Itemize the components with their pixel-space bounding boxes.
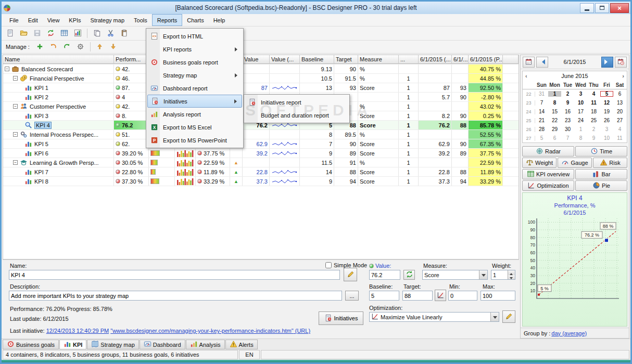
table-row-kpi-8[interactable]: KPI 837.30 %33.29 %▲37.3994Score137.3943… xyxy=(3,177,519,186)
calendar-day[interactable]: 5 xyxy=(535,135,548,141)
menu-item-initiatives[interactable]: Initiatives xyxy=(147,95,242,108)
calendar-day[interactable]: 7 xyxy=(561,135,574,141)
chart-button[interactable] xyxy=(71,28,84,39)
menu-file[interactable]: File xyxy=(5,14,23,26)
calendar-day[interactable]: 7 xyxy=(535,100,548,106)
menu-strategy-map[interactable]: Strategy map xyxy=(86,14,129,26)
column-header[interactable]: Value xyxy=(243,55,270,64)
tree-name-cell[interactable]: KPI 7 xyxy=(3,167,114,176)
redo-button[interactable] xyxy=(61,41,73,53)
calendar-day[interactable]: 1 xyxy=(574,126,587,132)
calendar-day[interactable]: 1 xyxy=(548,91,561,97)
menu-item-export-to-ms-powerpoint[interactable]: P Export to MS PowerPoint xyxy=(147,134,242,147)
calendar-today-button[interactable] xyxy=(615,57,627,68)
column-header[interactable]: 6/1/2015 (P... xyxy=(469,55,503,64)
cut-button[interactable] xyxy=(104,28,117,39)
edit-name-button[interactable] xyxy=(344,268,357,281)
tab-dashboard[interactable]: Dashboard xyxy=(140,340,185,349)
chart-type-optimization[interactable]: Optimization xyxy=(522,180,574,191)
tree-name-cell[interactable]: −$Financial Perspective xyxy=(3,74,114,83)
menu-item-budget-and-duration-report[interactable]: Budget and duration report xyxy=(245,109,348,122)
collapse-icon[interactable]: − xyxy=(13,132,18,137)
undo-button[interactable] xyxy=(47,41,60,53)
calendar-day[interactable]: 31 xyxy=(535,91,548,97)
menu-item-kpi-reports[interactable]: KPI reports xyxy=(147,43,242,56)
tree-name-cell[interactable]: KPI 8 xyxy=(3,177,114,186)
calendar-day[interactable]: 26 xyxy=(600,118,613,123)
down-button[interactable] xyxy=(107,41,120,53)
calendar-day[interactable]: 11 xyxy=(613,135,626,141)
menu-tools[interactable]: Tools xyxy=(129,14,152,26)
calendar-day[interactable]: 8 xyxy=(574,135,587,141)
collapse-icon[interactable]: − xyxy=(13,104,18,109)
last-initiative-url-link[interactable]: "www.bscdesigner.com/managing-your-key-p… xyxy=(110,328,293,334)
calendar-day[interactable]: 2 xyxy=(587,126,600,132)
column-header[interactable]: Baseline xyxy=(300,55,334,64)
calendar-day[interactable]: 4 xyxy=(613,126,626,132)
collapse-icon[interactable]: − xyxy=(13,160,18,165)
simple-mode-checkbox[interactable] xyxy=(325,262,332,268)
calendar-day[interactable]: 9 xyxy=(561,100,574,106)
chart-type-radar[interactable]: Radar xyxy=(522,146,574,157)
calendar-day[interactable]: 10 xyxy=(574,100,587,106)
description-more-button[interactable]: ... xyxy=(345,291,359,301)
collapse-icon[interactable]: − xyxy=(5,67,9,71)
calendar-day[interactable]: 28 xyxy=(535,126,548,132)
calendar-day[interactable]: 23 xyxy=(561,118,574,123)
gear-button[interactable] xyxy=(74,41,87,53)
calendar-day[interactable]: 4 xyxy=(587,91,600,97)
value-input[interactable] xyxy=(369,270,400,280)
calendar-day[interactable]: 14 xyxy=(535,109,548,114)
target-input[interactable] xyxy=(402,291,433,301)
calendar-day[interactable]: 13 xyxy=(613,100,626,106)
menu-edit[interactable]: Edit xyxy=(23,14,43,26)
calendar-day[interactable]: 2 xyxy=(561,91,574,97)
new-button[interactable] xyxy=(4,28,16,39)
formula-button[interactable] xyxy=(435,290,446,301)
max-input[interactable] xyxy=(481,291,515,301)
table-row-balanced-scorecard[interactable]: −Balanced Scorecard42.9.1390%40.75 % xyxy=(3,64,519,74)
optimization-select[interactable]: Maximize Value Linearly xyxy=(369,312,499,322)
calendar-day[interactable]: 6 xyxy=(613,91,626,97)
prev-date-button[interactable] xyxy=(536,57,548,68)
calendar-day[interactable]: 15 xyxy=(548,109,561,114)
tree-name-cell[interactable]: KPI 2 xyxy=(3,93,114,101)
table-row-kpi-5[interactable]: KPI 562.67.35 %62.9790Score162.99067.35 … xyxy=(3,139,519,149)
tab-business-goals[interactable]: Business goals xyxy=(3,340,59,349)
tree-name-cell[interactable]: KPI 6 xyxy=(3,149,114,158)
paste-button[interactable] xyxy=(118,28,130,39)
tab-strategy-map[interactable]: Strategy map xyxy=(87,340,138,349)
calendar-day[interactable]: 24 xyxy=(574,118,587,123)
chart-type-weight[interactable]: Weight xyxy=(522,158,557,168)
column-header[interactable]: Name xyxy=(3,55,114,64)
menu-item-dashboard-report[interactable]: Dashboard report xyxy=(147,82,242,95)
calendar-day[interactable]: 29 xyxy=(548,126,561,132)
calendar-day[interactable]: 6 xyxy=(548,135,561,141)
description-input[interactable] xyxy=(9,291,342,301)
tab-analysis[interactable]: Analysis xyxy=(186,340,225,349)
calendar-day[interactable]: 12 xyxy=(600,100,613,106)
menu-item-business-goals-report[interactable]: Business goals report xyxy=(147,56,242,69)
calendar-day[interactable]: 19 xyxy=(600,109,613,114)
table-button[interactable] xyxy=(58,28,70,39)
group-by-link[interactable]: day (average) xyxy=(551,330,587,336)
measure-select[interactable]: Score xyxy=(422,270,488,280)
menu-charts[interactable]: Charts xyxy=(182,14,208,26)
tab-alerts[interactable]: Alerts xyxy=(225,340,258,349)
menu-item-export-to-html[interactable]: <> Export to HTML xyxy=(147,30,242,43)
column-header[interactable]: ... xyxy=(399,55,419,64)
calendar-day[interactable]: 22 xyxy=(548,118,561,123)
tree-name-cell[interactable]: −Balanced Scorecard xyxy=(3,64,114,73)
tree-name-cell[interactable]: −Internal Process Perspec... xyxy=(3,130,114,139)
calendar-day[interactable]: 27 xyxy=(613,118,626,123)
column-header[interactable]: 6/1/2015 (... xyxy=(419,55,452,64)
calendar-day[interactable]: 21 xyxy=(535,118,548,123)
collapse-icon[interactable]: − xyxy=(13,76,18,81)
calendar-day[interactable]: 30 xyxy=(561,126,574,132)
tree-name-cell[interactable]: KPI 3 xyxy=(3,111,114,120)
plus-button[interactable] xyxy=(34,41,46,53)
calendar-day[interactable]: 5 xyxy=(600,91,613,97)
column-header[interactable]: Perform... xyxy=(114,55,149,64)
calendar-day[interactable]: 8 xyxy=(548,100,561,106)
last-initiative-date-link[interactable]: 12/24/2013 12:40:29 PM xyxy=(46,328,109,334)
